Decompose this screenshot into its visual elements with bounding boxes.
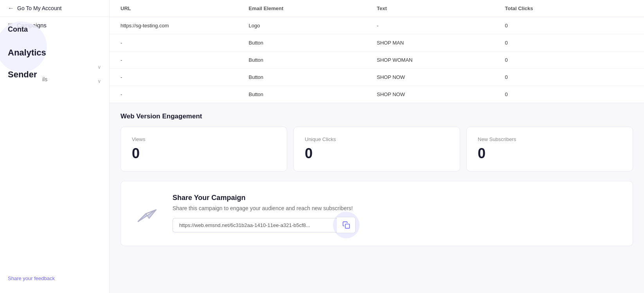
table-header: URL Email Element Text Total Clicks bbox=[110, 0, 644, 17]
cell-clicks-1: 0 bbox=[505, 40, 633, 46]
cell-url-2: - bbox=[121, 57, 249, 63]
cell-element-4: Button bbox=[249, 91, 377, 97]
clicks-table: URL Email Element Text Total Clicks http… bbox=[110, 0, 644, 103]
cell-element-2: Button bbox=[249, 57, 377, 63]
table-row: - Button SHOP MAN 0 bbox=[110, 34, 644, 52]
stats-grid: Views 0 Unique Clicks 0 New Subscribers … bbox=[110, 127, 644, 181]
share-content: Share Your Campaign Share this campaign … bbox=[173, 194, 619, 233]
cell-clicks-4: 0 bbox=[505, 91, 633, 97]
cell-text-1: SHOP MAN bbox=[377, 40, 505, 46]
back-label: Go To My Account bbox=[17, 5, 61, 11]
views-value: 0 bbox=[132, 145, 276, 162]
table-row: - Button SHOP NOW 0 bbox=[110, 69, 644, 86]
web-engagement-section: Web Version Engagement Views 0 Unique Cl… bbox=[110, 103, 644, 181]
unique-clicks-value: 0 bbox=[305, 145, 449, 162]
cell-url-0: https://sg-testing.com bbox=[121, 23, 249, 29]
col-url: URL bbox=[121, 5, 249, 11]
analytics-label: Analytics bbox=[8, 48, 46, 58]
cell-text-3: SHOP NOW bbox=[377, 74, 505, 80]
new-subscribers-stat-card: New Subscribers 0 bbox=[466, 127, 633, 172]
sender-label: Sender bbox=[8, 70, 37, 80]
cell-clicks-0: 0 bbox=[505, 23, 633, 29]
col-text: Text bbox=[377, 5, 505, 11]
svg-rect-2 bbox=[345, 224, 349, 229]
cell-clicks-3: 0 bbox=[505, 74, 633, 80]
new-subscribers-label: New Subscribers bbox=[478, 136, 622, 142]
cell-url-1: - bbox=[121, 40, 249, 46]
new-subscribers-value: 0 bbox=[478, 145, 622, 162]
views-stat-card: Views 0 bbox=[121, 127, 287, 172]
chevron-down-icon-2: ∨ bbox=[97, 77, 101, 84]
back-arrow-icon: ← bbox=[8, 5, 14, 12]
share-icon-area bbox=[135, 201, 158, 226]
share-campaign-card: Share Your Campaign Share this campaign … bbox=[121, 181, 633, 246]
share-campaign-description: Share this campaign to engage your audie… bbox=[173, 205, 619, 211]
table-row: - Button SHOP NOW 0 bbox=[110, 86, 644, 103]
copy-url-button[interactable] bbox=[337, 217, 356, 233]
views-label: Views bbox=[132, 136, 276, 142]
cell-element-0: Logo bbox=[249, 23, 377, 29]
copy-button-wrapper bbox=[337, 217, 356, 233]
chevron-down-icon: ∨ bbox=[97, 63, 101, 70]
paper-plane-icon bbox=[135, 201, 158, 225]
cell-element-1: Button bbox=[249, 40, 377, 46]
main-content: URL Email Element Text Total Clicks http… bbox=[110, 0, 644, 293]
unique-clicks-stat-card: Unique Clicks 0 bbox=[293, 127, 460, 172]
copy-icon bbox=[342, 221, 350, 229]
share-campaign-title: Share Your Campaign bbox=[173, 194, 619, 202]
cell-element-3: Button bbox=[249, 74, 377, 80]
section-title: Web Version Engagement bbox=[110, 103, 644, 127]
table-row: - Button SHOP WOMAN 0 bbox=[110, 52, 644, 69]
col-email-element: Email Element bbox=[249, 5, 377, 11]
conta-label: Conta bbox=[8, 25, 28, 34]
unique-clicks-label: Unique Clicks bbox=[305, 136, 449, 142]
feedback-link[interactable]: Share your feedback bbox=[8, 275, 55, 281]
cell-text-4: SHOP NOW bbox=[377, 91, 505, 97]
cell-text-2: SHOP WOMAN bbox=[377, 57, 505, 63]
cell-clicks-2: 0 bbox=[505, 57, 633, 63]
details-label: ils bbox=[42, 76, 47, 82]
table-row: https://sg-testing.com Logo - 0 bbox=[110, 17, 644, 34]
back-button[interactable]: ← Go To My Account bbox=[0, 0, 109, 17]
share-url-row bbox=[173, 217, 619, 233]
cell-url-3: - bbox=[121, 74, 249, 80]
svg-marker-1 bbox=[138, 210, 156, 222]
cell-text-0: - bbox=[377, 23, 505, 29]
col-total-clicks: Total Clicks bbox=[505, 5, 633, 11]
cell-url-4: - bbox=[121, 91, 249, 97]
share-url-input[interactable] bbox=[173, 218, 337, 232]
content-area: URL Email Element Text Total Clicks http… bbox=[110, 0, 644, 246]
sidebar: ← Go To My Account ✉ Campaigns Conta Ana… bbox=[0, 0, 110, 293]
